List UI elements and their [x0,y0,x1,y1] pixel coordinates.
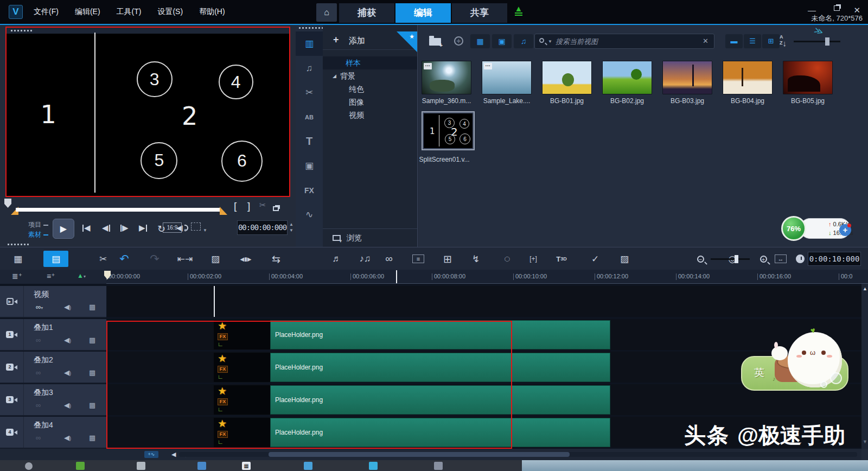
add-audio-track-icon[interactable]: +∿ [144,451,158,458]
capture-options-icon[interactable]: ✛ [454,36,463,46]
3d-title-editor-icon[interactable]: T3D [553,251,570,267]
menu-edit[interactable]: 编辑(E) [75,7,100,17]
preview-canvas[interactable]: 1 2 3 4 5 6 [5,27,290,197]
thumbnail-size-slider[interactable] [794,41,840,42]
taskbar-app-icon[interactable]: ▦ [242,462,251,470]
timecode-spinner[interactable]: ▲▼ [289,221,293,233]
timeline-ruler[interactable]: ≣⁺ ≡⁺ ▲▾ 00:00:00:00 00:00:02:00 00:00:0… [0,270,868,284]
timeline-vscrollbar[interactable]: ▲ ▼ [861,284,868,449]
timeline-timecode[interactable]: 0:00:10:000 [808,252,861,266]
preview-timecode[interactable]: 00:00:00:000 [237,220,288,235]
hscroll-track[interactable] [179,452,857,457]
timeline-hscrollbar[interactable]: +∿ ◀ ▶ [0,449,861,460]
home-icon[interactable]: ⌂ [316,3,337,22]
selection-dropdown-icon[interactable]: ▼ [203,228,207,233]
mask-editor-icon[interactable]: ▨ [616,251,633,267]
transparency-icon[interactable]: ▩ [89,303,95,311]
track-header-overlay4[interactable]: 4 叠加4 ∞ ◀) ▩ [0,417,106,449]
transparency-icon[interactable]: ▩ [89,336,95,344]
view-detail-icon[interactable]: ▬ [725,34,743,48]
scroll-down-icon[interactable]: ▼ [863,439,867,444]
aspect-dropdown-icon[interactable]: ▼ [183,228,188,233]
scroll-up-icon[interactable]: ▲ [863,286,867,291]
mark-out-button[interactable]: ] [247,200,250,212]
split-clip-icon[interactable]: ◀▮▶ [238,251,254,267]
library-item-sample-360[interactable]: ▪▪▪ Sample_360.m... [422,61,471,105]
play-button[interactable]: ▶ [53,219,74,239]
sound-mixer-icon[interactable]: ♬ [329,251,345,267]
mute-icon[interactable]: ◀) [64,368,71,377]
clip-mode-toggle[interactable]: 素材 [28,230,48,239]
sort-icon[interactable]: AZ↓ [780,34,787,46]
aspect-ratio-select[interactable]: 16:9 [163,222,182,233]
tree-item-solid-color[interactable]: 纯色 [323,82,417,96]
import-media-icon[interactable] [429,38,441,46]
transition-icon[interactable]: AB [296,105,323,129]
search-clear-icon[interactable]: ✕ [703,37,709,45]
search-dropdown-icon[interactable]: ▼ [548,39,552,44]
pin-icon[interactable]: ★ [397,31,417,52]
next-frame-button[interactable]: ▶ [120,223,129,233]
transparency-icon[interactable]: ▩ [89,368,95,377]
storyboard-view-icon[interactable]: ▦ [10,251,26,267]
scrub-marker[interactable] [4,199,11,208]
trim-end-handle[interactable] [220,207,227,215]
filter-photos-icon[interactable]: ▣ [492,34,512,48]
timeline-zoom-slider[interactable] [711,258,750,260]
split-clip-scissors-icon[interactable]: ✂ [259,200,266,210]
tab-edit[interactable]: 编辑 [395,3,451,23]
library-item-bg-b05[interactable]: BG-B05.jpg [783,61,833,105]
enlarge-preview-icon[interactable] [273,202,279,214]
subtitle-editor-icon[interactable]: ≡ [410,251,426,267]
track-content-video[interactable] [107,286,861,317]
network-monitor-widget[interactable]: ↑ 0.6K/s ↓ 16.3K/s + 76% [781,216,851,241]
track-header-overlay3[interactable]: 3 叠加3 ∞ ◀) ▩ [0,384,106,416]
memory-percent-ball[interactable]: 76% [781,216,806,241]
menu-file[interactable]: 文件(F) [34,7,59,17]
mark-in-button[interactable]: [ [234,200,237,212]
region-behavior-icon[interactable]: ▨ [207,251,224,267]
mute-icon[interactable]: ◀) [64,303,71,311]
chapter-marker-icon[interactable]: ▲▾ [77,272,86,279]
duration-clock-icon[interactable] [792,251,808,267]
slider-thumb[interactable] [825,37,829,46]
track-header-overlay2[interactable]: 2 叠加2 ∞ ◀) ▩ [0,352,106,384]
library-item-splitscreen01-selected[interactable]: 1 2 3 4 5 6 [422,111,475,150]
link-icon[interactable]: ∞ [36,368,41,377]
mute-icon[interactable]: ◀) [64,401,71,409]
trim-bar[interactable] [16,208,221,212]
upload-icon[interactable]: ▲ [513,5,524,16]
mute-icon[interactable]: ◀) [64,336,71,344]
redo-icon[interactable]: ↷ [146,251,163,267]
expand-arrow-icon[interactable]: ◢ [333,69,336,82]
restore-button[interactable] [834,3,840,12]
track-header-video[interactable]: ▶ 视频 ∞▾ ◀) ▩ [0,286,106,318]
library-item-sample-lake[interactable]: ▪▪▪ Sample_Lake.... [482,61,532,105]
taskbar-app-icon[interactable] [369,462,378,470]
taskbar-app-icon[interactable] [137,462,145,470]
tree-item-background[interactable]: ◢ 背景 [323,69,417,82]
taskbar-app-icon[interactable] [197,462,206,470]
go-to-end-button[interactable]: ▶ [139,223,147,233]
library-item-bg-b04[interactable]: BG-B04.jpg [723,61,773,105]
project-mode-toggle[interactable]: 项目 [28,220,48,230]
taskbar-app-icon[interactable] [304,462,312,470]
add-category-row[interactable]: + 添加 ★ [323,31,417,50]
auto-music-icon[interactable]: ♪♫ [357,251,373,267]
zoom-slider-thumb[interactable] [735,255,738,263]
edit-tools-icon[interactable]: ✂ [95,251,111,267]
link-icon[interactable]: ∞ [36,336,41,344]
mute-icon[interactable]: ◀) [64,434,71,442]
library-item-bg-b03[interactable]: BG-B03.jpg [662,61,712,105]
selection-tool[interactable] [191,222,201,231]
menu-tools[interactable]: 工具(T) [117,7,142,17]
link-icon[interactable]: ∞▾ [36,303,43,311]
undo-icon[interactable]: ↶ [116,251,132,267]
previous-frame-button[interactable]: ◀ [102,223,110,233]
transparency-icon[interactable]: ▩ [89,434,95,442]
motion-path-icon[interactable]: ∿ [296,202,323,227]
search-input[interactable]: 搜索当前视图 [556,37,598,47]
motion-tracking-icon[interactable]: ↯ [468,251,484,267]
search-box[interactable]: ▼ 搜索当前视图 ✕ [534,34,714,49]
link-icon[interactable]: ∞ [36,401,41,409]
